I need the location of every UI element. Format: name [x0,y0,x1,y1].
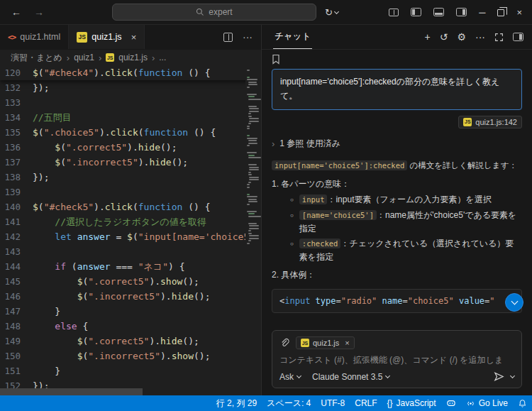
settings-gear-icon[interactable]: ⚙ [457,31,466,43]
code-line[interactable]: 147 } [0,304,261,319]
line-number: 150 [0,349,33,363]
code-line[interactable]: 149 $(".correct5").hide(); [0,334,261,349]
code-line[interactable]: 138}); [0,170,261,185]
code-line[interactable]: 150 $(".incorrect5").show(); [0,349,261,363]
breadcrumb-item-folder[interactable]: 演習・まとめ [11,52,62,64]
code-line[interactable]: 141 //選択したラジオボタンの値を取得 [0,214,261,229]
horizontal-scrollbar[interactable] [0,388,245,395]
answer-bullet: ○[name='choice5']：name属性が'choice5'である要素を… [290,209,522,235]
code-line[interactable]: 137 $(".incorrect5").hide(); [0,155,261,170]
split-editor-icon[interactable] [223,33,233,42]
code-line[interactable]: 146 $(".incorrect5").hide(); [0,289,261,304]
code-line[interactable]: 144 if (answer === "ネコ") { [0,259,261,274]
minimize-window-icon[interactable]: ─ [479,7,485,18]
breadcrumb-item-symbol[interactable]: ... [159,53,166,62]
code-line[interactable]: 145 $(".correct5").show(); [0,274,261,289]
panel-layout-icon[interactable] [513,33,523,41]
code-line[interactable]: 135$(".choice5").click(function () { [0,125,261,140]
more-actions-icon[interactable]: ··· [475,31,485,43]
minimap[interactable] [245,65,261,388]
breadcrumb-item-subfolder[interactable]: quiz1 [74,53,94,62]
code-line[interactable]: 136 $(".correct5").hide(); [0,140,261,155]
command-center-search[interactable]: expert [112,4,316,21]
file-reference-chip[interactable]: JS quiz1.js:142 [458,116,522,128]
inline-code: input[name='choice5']:checked [272,160,407,170]
code-line[interactable]: 134//五問目 [0,110,261,125]
code-line[interactable]: 151 } [0,363,261,378]
line-number: 146 [0,289,33,304]
code-line[interactable]: 120$("#check4").click(function () { [0,65,261,80]
maximize-panel-icon[interactable] [494,33,504,42]
sticky-scroll-line[interactable]: 120$("#check4").click(function () { [0,65,261,80]
eol-setting[interactable]: CRLF [350,395,382,411]
line-number: 134 [0,110,33,125]
close-tab-icon[interactable]: × [131,32,137,43]
toggle-panel-icon[interactable] [433,8,444,16]
chat-input-box[interactable]: JS quiz1.js × コンテキスト (#)、拡張機能 (@)、コマンド (… [272,330,522,388]
line-number: 149 [0,334,33,349]
line-number: 141 [0,214,33,229]
code-editor[interactable]: 120$("#check4").click(function () { 132}… [0,65,261,395]
restore-window-icon[interactable] [497,9,504,16]
history-icon[interactable]: ↺ [440,31,448,43]
code-line[interactable]: 140$("#check5").click(function () { [0,199,261,214]
line-number: 139 [0,185,33,199]
code-line[interactable]: 139 [0,185,261,199]
remove-attachment-icon[interactable]: × [345,339,349,347]
editor-actions: ··· [223,25,261,49]
forward-icon[interactable]: → [34,6,44,18]
cursor-position[interactable]: 行 2, 列 29 [211,395,262,411]
line-number: 136 [0,140,33,155]
scroll-to-bottom-button[interactable] [505,293,523,312]
indentation-setting[interactable]: スペース: 4 [262,395,316,411]
line-number: 151 [0,363,33,378]
copilot-icon[interactable] [441,395,461,411]
new-chat-icon[interactable]: + [425,31,431,43]
bookmark-icon[interactable] [272,54,280,65]
line-number: 143 [0,244,33,259]
encoding-setting[interactable]: UTF-8 [316,395,350,411]
more-actions-icon[interactable]: ··· [243,31,253,43]
back-icon[interactable]: ← [11,6,21,18]
mode-dropdown[interactable]: Ask [279,372,301,382]
inline-code: [name='choice5'] [299,210,377,220]
go-live-button[interactable]: Go Live [461,395,513,411]
bullet-icon: ○ [290,196,294,207]
code-line[interactable]: 143 [0,244,261,259]
answer-intro: input[name='choice5']:checked の構文を詳しく解説し… [272,159,522,173]
code-line[interactable]: 132}); [0,80,261,95]
language-mode[interactable]: {} JavaScript [382,395,441,411]
chat-input-placeholder[interactable]: コンテキスト (#)、拡張機能 (@)、コマンド (/) を追加しま [279,354,514,366]
sync-dropdown-icon[interactable]: ↻ [325,7,338,18]
model-dropdown[interactable]: Claude Sonnet 3.5 [312,372,389,382]
send-options-icon[interactable] [510,373,515,378]
attached-file-chip[interactable]: JS quiz1.js × [296,336,355,349]
answer-bullet: ○input：input要素（フォームの入力要素）を選択 [290,193,522,207]
toggle-primary-sidebar-icon[interactable] [411,8,421,16]
line-number: 138 [0,170,33,185]
code-line[interactable]: 148 else { [0,319,261,334]
line-number: 148 [0,319,33,334]
code-line[interactable]: 133 [0,95,261,110]
html-file-icon: <> [8,33,16,42]
references-toggle[interactable]: › 1 参照 使用済み [272,138,522,150]
attach-icon[interactable] [279,338,289,348]
breadcrumb: 演習・まとめ › quiz1 › JS quiz1.js › ... [0,50,261,65]
tab-quiz1-js[interactable]: JS quiz1.js × [69,25,145,49]
breadcrumb-item-file[interactable]: quiz1.js [118,53,148,62]
notifications-bell-icon[interactable] [513,395,532,411]
file-reference-label: quiz1.js:142 [475,118,517,126]
line-number: 142 [0,229,33,244]
toggle-secondary-sidebar-icon[interactable] [456,8,467,16]
code-line[interactable]: 142 let answer = $("input[name='choice5 [0,229,261,244]
customize-layout-icon[interactable] [389,9,399,16]
tab-quiz1-html[interactable]: <> quiz1.html [0,25,69,49]
chat-panel-actions: + ↺ ⚙ ··· [425,31,523,43]
references-label: 1 参照 使用済み [279,138,340,150]
scrollbar-thumb[interactable] [0,388,143,395]
editor-group: <> quiz1.html JS quiz1.js × ··· 演習・まとめ ›… [0,25,261,395]
send-icon[interactable] [494,371,504,382]
tab-chat[interactable]: チャット [273,25,312,49]
js-file-icon: JS [106,53,114,62]
close-window-icon[interactable]: × [516,7,522,18]
